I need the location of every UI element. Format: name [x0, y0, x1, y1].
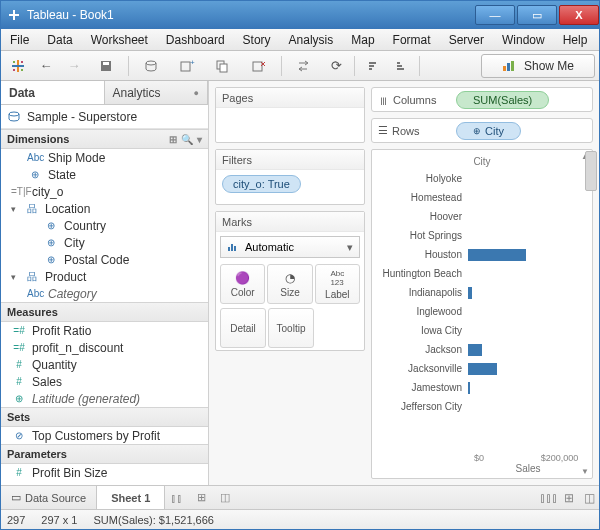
field-category[interactable]: AbcCategory [1, 285, 208, 302]
viz-row[interactable]: Inglewood [376, 302, 588, 320]
datasource-tab[interactable]: ▭Data Source [1, 486, 96, 509]
toolbar: ← → + ⟳ Show Me [1, 51, 599, 81]
field-state[interactable]: ⊕State [1, 166, 208, 183]
marks-color-button[interactable]: 🟣Color [220, 264, 265, 304]
bar[interactable] [468, 363, 497, 375]
marks-detail-button[interactable]: Detail [220, 308, 266, 348]
minimize-button[interactable]: — [475, 5, 515, 25]
scroll-down-icon[interactable]: ▼ [581, 467, 589, 476]
refresh-button[interactable]: ⟳ [323, 54, 349, 78]
viz-row[interactable]: Indianapolis [376, 283, 588, 301]
field-profit-n-discount[interactable]: =#profit_n_discount [1, 339, 208, 356]
tab-analytics[interactable]: Analytics● [105, 81, 209, 104]
field-ship-mode[interactable]: AbcShip Mode [1, 149, 208, 166]
bar[interactable] [468, 287, 472, 299]
field-sales[interactable]: #Sales [1, 373, 208, 390]
filter-pill[interactable]: city_o: True [222, 175, 301, 193]
svg-point-27 [9, 112, 19, 116]
pages-shelf[interactable]: Pages [215, 87, 365, 143]
menu-help[interactable]: Help [554, 33, 597, 47]
bar[interactable] [468, 249, 526, 261]
viz-row[interactable]: Huntington Beach [376, 264, 588, 282]
rows-pill[interactable]: ⊕City [456, 122, 521, 140]
field-product[interactable]: ▾品Product [1, 268, 208, 285]
search-icon[interactable]: 🔍 [181, 134, 193, 145]
datasource-row[interactable]: Sample - Superstore [1, 105, 208, 129]
swap-button[interactable] [287, 54, 321, 78]
menu-dashboard[interactable]: Dashboard [157, 33, 234, 47]
field-location[interactable]: ▾品Location [1, 200, 208, 217]
menu-data[interactable]: Data [38, 33, 81, 47]
field-profit-ratio[interactable]: =#Profit Ratio [1, 322, 208, 339]
sort-desc-button[interactable] [388, 54, 414, 78]
status-bar: 297 297 x 1 SUM(Sales): $1,521,666 [1, 509, 599, 529]
viz-row[interactable]: Jackson [376, 340, 588, 358]
menu-server[interactable]: Server [440, 33, 493, 47]
slide-icon[interactable]: ◫ [579, 491, 599, 505]
save-button[interactable] [89, 54, 123, 78]
maximize-button[interactable]: ▭ [517, 5, 557, 25]
new-dashboard-icon[interactable]: ⊞ [189, 491, 213, 504]
field-quantity[interactable]: #Quantity [1, 356, 208, 373]
status-aggregate: SUM(Sales): $1,521,666 [93, 514, 213, 526]
viz-row[interactable]: Iowa City [376, 321, 588, 339]
field-city[interactable]: ⊕City [1, 234, 208, 251]
field-profit-bin-size[interactable]: #Profit Bin Size [1, 464, 208, 481]
field-country[interactable]: ⊕Country [1, 217, 208, 234]
outer-scrollbar[interactable] [585, 151, 597, 191]
viz-row[interactable]: Jamestown [376, 378, 588, 396]
marks-size-button[interactable]: ◔Size [267, 264, 312, 304]
sheet1-tab[interactable]: Sheet 1 [96, 486, 165, 509]
type-icon: =# [11, 342, 27, 353]
tab-data[interactable]: Data [1, 81, 105, 104]
viz-row[interactable]: Hot Springs [376, 226, 588, 244]
columns-shelf[interactable]: ⫼Columns SUM(Sales) [371, 87, 593, 112]
clear-button[interactable] [242, 54, 276, 78]
filters-shelf[interactable]: Filters city_o: True [215, 149, 365, 205]
duplicate-button[interactable] [206, 54, 240, 78]
new-worksheet-icon[interactable]: ⫿⫿ [165, 492, 189, 504]
marks-type-dropdown[interactable]: Automatic▾ [220, 236, 360, 258]
menu-window[interactable]: Window [493, 33, 554, 47]
columns-pill[interactable]: SUM(Sales) [456, 91, 549, 109]
new-sheet-button[interactable]: + [170, 54, 204, 78]
menu-format[interactable]: Format [384, 33, 440, 47]
svg-rect-1 [13, 10, 15, 20]
viz-row[interactable]: Hoover [376, 207, 588, 225]
bar[interactable] [468, 344, 482, 356]
view-icon[interactable]: ⊞ [169, 134, 177, 145]
field-postal-code[interactable]: ⊕Postal Code [1, 251, 208, 268]
menu-map[interactable]: Map [342, 33, 383, 47]
field-latitude-generated-[interactable]: ⊕Latitude (generated) [1, 390, 208, 407]
sort-asc-button[interactable] [360, 54, 386, 78]
logo-icon[interactable] [5, 54, 31, 78]
field-top-customers-by-profit[interactable]: ⊘Top Customers by Profit [1, 427, 208, 444]
rows-shelf[interactable]: ☰Rows ⊕City [371, 118, 593, 143]
new-story-icon[interactable]: ◫ [213, 491, 237, 504]
viz-row[interactable]: Jacksonville [376, 359, 588, 377]
datasource-button[interactable] [134, 54, 168, 78]
viz-row[interactable]: Holyoke [376, 169, 588, 187]
viz-canvas[interactable]: City HolyokeHomesteadHooverHot SpringsHo… [371, 149, 593, 479]
svg-rect-7 [21, 69, 23, 71]
viz-row[interactable]: Houston [376, 245, 588, 263]
marks-tooltip-button[interactable]: Tooltip [268, 308, 314, 348]
viz-row[interactable]: Jefferson City [376, 397, 588, 415]
type-icon: Abc [27, 152, 43, 163]
close-button[interactable]: X [559, 5, 599, 25]
film-icon[interactable]: ⫿⫿⫿ [539, 491, 559, 505]
marks-label-button[interactable]: Abc123Label [315, 264, 360, 304]
type-icon: =# [11, 325, 27, 336]
viz-row[interactable]: Homestead [376, 188, 588, 206]
showme-button[interactable]: Show Me [481, 54, 595, 78]
menu-story[interactable]: Story [234, 33, 280, 47]
menu-worksheet[interactable]: Worksheet [82, 33, 157, 47]
bar[interactable] [468, 382, 470, 394]
menu-analysis[interactable]: Analysis [280, 33, 343, 47]
menu-file[interactable]: File [1, 33, 38, 47]
grid-icon[interactable]: ⊞ [559, 491, 579, 505]
back-button[interactable]: ← [33, 54, 59, 78]
forward-button[interactable]: → [61, 54, 87, 78]
svg-rect-11 [181, 62, 190, 71]
field-city-o[interactable]: =T|Fcity_o [1, 183, 208, 200]
